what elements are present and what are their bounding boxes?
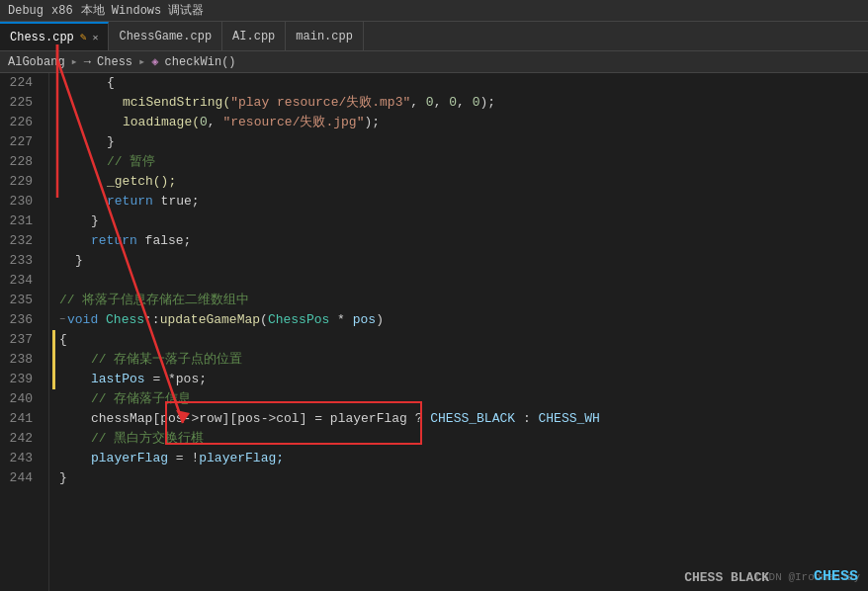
- line-number-241: 241: [0, 409, 41, 429]
- code-line-235: // 将落子信息存储在二维数组中: [59, 291, 858, 310]
- change-marker: [52, 330, 55, 350]
- code-line-231: }: [59, 211, 858, 231]
- run-label: 本地 Windows 调试器: [81, 2, 205, 19]
- code-line-230: return true;: [59, 192, 858, 211]
- line-number-225: 225: [0, 93, 41, 113]
- line-number-236: 236: [0, 310, 41, 330]
- line-number-232: 232: [0, 231, 41, 251]
- line-number-224: 224: [0, 73, 41, 93]
- arch-label: x86: [51, 4, 73, 18]
- breadcrumb-method-icon: ◈: [151, 54, 158, 69]
- code-line-239: lastPos = *pos;: [59, 370, 858, 389]
- editor: 2242252262272282292302312322332342352362…: [0, 73, 868, 591]
- scrollbar[interactable]: [858, 73, 868, 591]
- code-line-240: // 存储落子信息: [59, 389, 858, 409]
- breadcrumb-method: checkWin(): [165, 55, 236, 69]
- breadcrumb-sep2: ▸: [138, 54, 145, 69]
- line-number-227: 227: [0, 132, 41, 152]
- tab-main-label: main.cpp: [296, 30, 353, 43]
- breadcrumb-sep1: ▸: [71, 54, 78, 69]
- line-number-242: 242: [0, 429, 41, 449]
- debug-label: Debug: [8, 4, 43, 18]
- modified-indicator: ✎: [80, 31, 87, 43]
- code-line-226: loadimage(0, "resource/失败.jpg");: [59, 113, 858, 132]
- code-line-241: chessMap[pos->row][pos->col] = playerFla…: [59, 409, 858, 429]
- code-line-242: // 黑白方交换行棋: [59, 429, 858, 449]
- line-number-231: 231: [0, 211, 41, 231]
- code-line-243: playerFlag = !playerFlag;: [59, 449, 858, 468]
- line-number-233: 233: [0, 251, 41, 271]
- change-marker: [52, 350, 55, 370]
- breadcrumb-namespace: AlGobang: [8, 55, 65, 69]
- line-number-238: 238: [0, 350, 41, 370]
- code-line-236: −void Chess::updateGameMap(ChessPos * po…: [59, 310, 858, 330]
- line-number-240: 240: [0, 389, 41, 409]
- tab-chess-cpp-label: Chess.cpp: [10, 31, 74, 44]
- line-number-228: 228: [0, 152, 41, 172]
- code-line-225: mciSendString("play resource/失败.mp3", 0,…: [59, 93, 858, 113]
- line-number-237: 237: [0, 330, 41, 350]
- line-numbers: 2242252262272282292302312322332342352362…: [0, 73, 49, 591]
- tab-main-cpp[interactable]: main.cpp: [286, 22, 364, 50]
- breadcrumb-class: Chess: [97, 55, 132, 69]
- tab-chessgame-label: ChessGame.cpp: [119, 30, 212, 43]
- fold-button[interactable]: −: [59, 310, 65, 330]
- breadcrumb: AlGobang ▸ → Chess ▸ ◈ checkWin(): [0, 51, 868, 73]
- toolbar: Debug x86 本地 Windows 调试器: [0, 0, 868, 22]
- tab-chessgame-cpp[interactable]: ChessGame.cpp: [109, 22, 222, 50]
- breadcrumb-arrow: →: [84, 55, 91, 69]
- tab-bar: Chess.cpp ✎ ✕ ChessGame.cpp AI.cpp main.…: [0, 22, 868, 51]
- code-line-227: }: [59, 132, 858, 152]
- code-line-244: }: [59, 468, 858, 488]
- code-line-228: // 暂停: [59, 152, 858, 172]
- tab-ai-cpp[interactable]: AI.cpp: [222, 22, 286, 50]
- code-line-234: [59, 271, 858, 291]
- code-area[interactable]: {mciSendString("play resource/失败.mp3", 0…: [49, 73, 858, 591]
- tab-ai-label: AI.cpp: [232, 30, 275, 43]
- line-number-244: 244: [0, 468, 41, 488]
- line-number-229: 229: [0, 172, 41, 192]
- code-line-229: _getch();: [59, 172, 858, 192]
- line-number-226: 226: [0, 113, 41, 132]
- line-number-239: 239: [0, 370, 41, 389]
- code-line-237: {: [59, 330, 858, 350]
- line-number-234: 234: [0, 271, 41, 291]
- close-chess-cpp[interactable]: ✕: [92, 32, 98, 43]
- code-line-233: }: [59, 251, 858, 271]
- chess-label: CHESS: [814, 568, 858, 585]
- chess-black-label: CHESS BLACK: [684, 570, 769, 585]
- code-line-238: // 存储某一落子点的位置: [59, 350, 858, 370]
- line-number-235: 235: [0, 291, 41, 310]
- line-number-230: 230: [0, 192, 41, 211]
- tab-chess-cpp[interactable]: Chess.cpp ✎ ✕: [0, 22, 109, 50]
- code-line-232: return false;: [59, 231, 858, 251]
- code-line-224: {: [59, 73, 858, 93]
- line-number-243: 243: [0, 449, 41, 468]
- change-marker: [52, 370, 55, 389]
